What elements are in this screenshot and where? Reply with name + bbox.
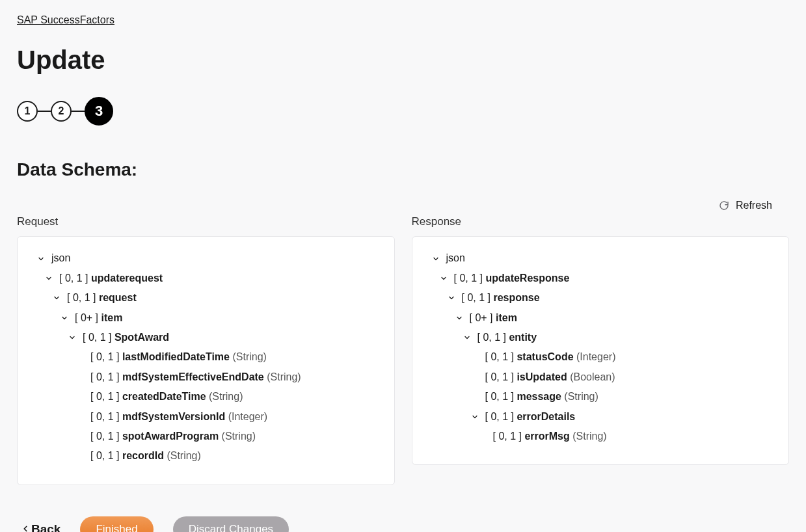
tree-node[interactable]: [ 0, 1 ] entity [461, 328, 772, 347]
tree-node-label: [ 0, 1 ] updateResponse [454, 269, 570, 288]
tree-node-label: [ 0, 1 ] errorMsg (String) [493, 427, 607, 446]
tree-node[interactable]: [ 0+ ] item [58, 308, 377, 328]
tree-node: [ 0, 1 ] mdfSystemVersionId (Integer) [74, 407, 377, 427]
tree-node-label: [ 0, 1 ] request [67, 288, 137, 308]
tree-node: [ 0, 1 ] isUpdated (Boolean) [468, 367, 772, 387]
chevron-down-icon[interactable] [461, 334, 474, 341]
tree-node-label: [ 0, 1 ] mdfSystemVersionId (Integer) [90, 407, 267, 427]
request-tree: json[ 0, 1 ] updaterequest[ 0, 1 ] reque… [34, 248, 377, 466]
chevron-down-icon[interactable] [34, 255, 47, 263]
tree-node: [ 0, 1 ] message (String) [468, 387, 772, 406]
chevron-down-icon[interactable] [437, 274, 450, 282]
tree-node-label: [ 0, 1 ] statusCode (Integer) [485, 347, 616, 367]
tree-node: [ 0, 1 ] lastModifiedDateTime (String) [74, 347, 377, 367]
footer-actions: Back Finished Discard Changes [17, 516, 789, 532]
chevron-down-icon[interactable] [50, 294, 63, 302]
back-button[interactable]: Back [21, 522, 60, 532]
tree-node-label: [ 0, 1 ] response [462, 288, 540, 308]
tree-node-label: [ 0, 1 ] lastModifiedDateTime (String) [90, 347, 267, 367]
tree-node[interactable]: json [34, 248, 377, 268]
chevron-left-icon [21, 522, 30, 532]
tree-node[interactable]: [ 0, 1 ] errorDetails [468, 407, 772, 427]
response-tree: json[ 0, 1 ] updateResponse[ 0, 1 ] resp… [429, 248, 772, 446]
chevron-down-icon[interactable] [429, 255, 442, 263]
tree-node[interactable]: [ 0+ ] item [453, 308, 772, 328]
request-header: Request [17, 215, 395, 228]
refresh-label: Refresh [736, 200, 772, 211]
request-panel: json[ 0, 1 ] updaterequest[ 0, 1 ] reque… [17, 236, 395, 485]
tree-node: [ 0, 1 ] statusCode (Integer) [468, 347, 772, 367]
tree-node: [ 0, 1 ] createdDateTime (String) [74, 387, 377, 406]
chevron-down-icon[interactable] [468, 413, 481, 421]
tree-node-label: [ 0, 1 ] spotAwardProgram (String) [90, 427, 256, 446]
tree-node[interactable]: [ 0, 1 ] updaterequest [42, 269, 377, 288]
back-label: Back [31, 522, 60, 532]
tree-node-label: [ 0, 1 ] createdDateTime (String) [90, 387, 243, 406]
refresh-icon [719, 200, 729, 211]
tree-node[interactable]: [ 0, 1 ] updateResponse [437, 269, 772, 288]
tree-node-label: [ 0, 1 ] message (String) [485, 387, 598, 406]
tree-node: [ 0, 1 ] errorMsg (String) [476, 427, 772, 446]
response-header: Response [412, 215, 790, 228]
tree-node[interactable]: [ 0, 1 ] SpotAward [66, 328, 377, 347]
chevron-down-icon[interactable] [42, 274, 55, 282]
tree-node-label: [ 0, 1 ] errorDetails [485, 407, 576, 427]
refresh-button[interactable]: Refresh [719, 200, 772, 211]
tree-node[interactable]: [ 0, 1 ] response [445, 288, 772, 308]
tree-node-label: json [446, 248, 465, 268]
tree-node-label: [ 0, 1 ] isUpdated (Boolean) [485, 367, 615, 387]
step-1[interactable]: 1 [17, 101, 38, 122]
tree-node-label: [ 0, 1 ] recordId (String) [90, 446, 201, 466]
section-title: Data Schema: [17, 159, 789, 180]
response-panel: json[ 0, 1 ] updateResponse[ 0, 1 ] resp… [412, 236, 790, 465]
response-column: Response json[ 0, 1 ] updateResponse[ 0,… [412, 215, 790, 485]
tree-node-label: [ 0, 1 ] entity [477, 328, 537, 347]
tree-node: [ 0, 1 ] recordId (String) [74, 446, 377, 466]
tree-node-label: [ 0+ ] item [470, 308, 517, 328]
step-connector [38, 111, 51, 112]
breadcrumb[interactable]: SAP SuccessFactors [17, 14, 114, 25]
tree-node-label: json [51, 248, 70, 268]
stepper: 123 [17, 97, 789, 126]
page-title: Update [17, 46, 789, 75]
request-column: Request json[ 0, 1 ] updaterequest[ 0, 1… [17, 215, 395, 485]
tree-node[interactable]: [ 0, 1 ] request [50, 288, 377, 308]
chevron-down-icon[interactable] [453, 314, 466, 322]
tree-node-label: [ 0+ ] item [75, 308, 122, 328]
tree-node-label: [ 0, 1 ] SpotAward [83, 328, 169, 347]
finished-button[interactable]: Finished [80, 516, 153, 532]
tree-node[interactable]: json [429, 248, 772, 268]
tree-node-label: [ 0, 1 ] updaterequest [59, 269, 163, 288]
chevron-down-icon[interactable] [58, 314, 71, 322]
tree-node: [ 0, 1 ] mdfSystemEffectiveEndDate (Stri… [74, 367, 377, 387]
chevron-down-icon[interactable] [66, 334, 79, 341]
chevron-down-icon[interactable] [445, 294, 458, 302]
step-connector [72, 111, 85, 112]
tree-node: [ 0, 1 ] spotAwardProgram (String) [74, 427, 377, 446]
discard-changes-button[interactable]: Discard Changes [173, 516, 289, 532]
step-2[interactable]: 2 [51, 101, 72, 122]
step-3[interactable]: 3 [85, 97, 113, 126]
tree-node-label: [ 0, 1 ] mdfSystemEffectiveEndDate (Stri… [90, 367, 301, 387]
